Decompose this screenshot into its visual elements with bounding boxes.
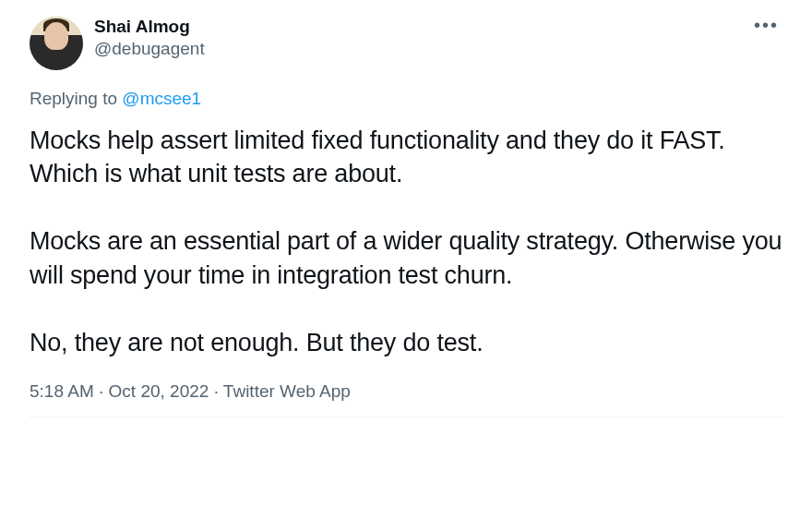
user-info: Shai Almog @debugagent [94, 17, 739, 60]
more-icon[interactable]: ••• [750, 17, 782, 33]
reply-prefix: Replying to [30, 89, 122, 108]
reply-context: Replying to @mcsee1 [30, 89, 782, 109]
tweet-meta: 5:18 AM · Oct 20, 2022 · Twitter Web App [30, 381, 782, 417]
tweet-source[interactable]: Twitter Web App [223, 381, 351, 401]
display-name[interactable]: Shai Almog [94, 17, 739, 38]
tweet-header: Shai Almog @debugagent ••• [30, 17, 782, 70]
reply-target-link[interactable]: @mcsee1 [122, 89, 201, 108]
meta-separator: · [94, 381, 109, 401]
meta-separator: · [209, 381, 223, 401]
tweet-time[interactable]: 5:18 AM [30, 381, 94, 401]
user-handle[interactable]: @debugagent [94, 38, 739, 61]
avatar-image [30, 17, 83, 70]
tweet-body: Mocks help assert limited fixed function… [30, 124, 782, 359]
avatar[interactable] [30, 17, 83, 70]
tweet-date[interactable]: Oct 20, 2022 [109, 381, 209, 401]
